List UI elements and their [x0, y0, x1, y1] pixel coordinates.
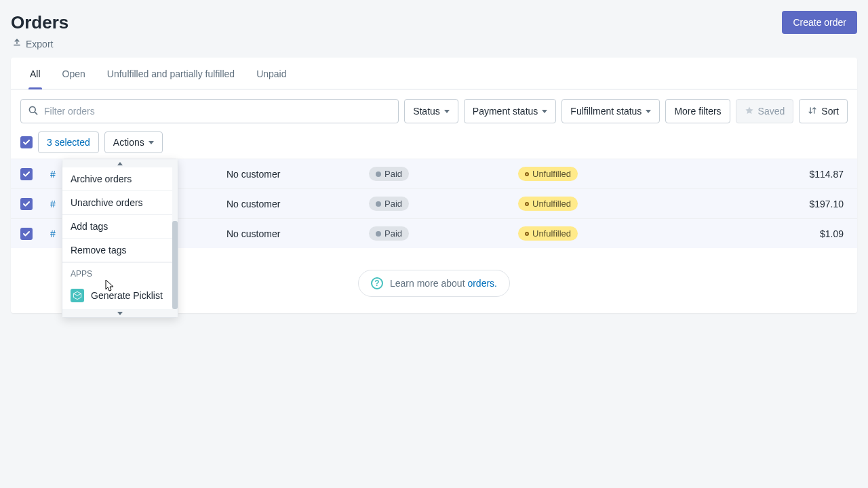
- menu-apps-header: APPS: [62, 262, 172, 283]
- row-checkbox[interactable]: [20, 198, 33, 210]
- sort-label: Sort: [821, 106, 839, 117]
- filter-payment-label: Payment status: [473, 106, 538, 117]
- export-icon: [12, 38, 22, 49]
- learn-more-pill: ? Learn more about orders.: [358, 270, 510, 297]
- chevron-down-icon: [444, 110, 450, 113]
- orders-card: All Open Unfulfilled and partially fulfi…: [11, 58, 857, 313]
- menu-app-label: Generate Picklist: [91, 290, 163, 301]
- tab-open[interactable]: Open: [52, 58, 96, 89]
- create-order-button[interactable]: Create order: [782, 11, 857, 34]
- menu-add-tags[interactable]: Add tags: [62, 215, 172, 239]
- menu-scroll-up[interactable]: [62, 159, 178, 167]
- filter-status-button[interactable]: Status: [404, 99, 458, 123]
- menu-unarchive-orders[interactable]: Unarchive orders: [62, 191, 172, 215]
- actions-dropdown: Archive orders Unarchive orders Add tags…: [62, 159, 178, 318]
- orders-table: # 5 minutes ago No customer Paid Unfulfi…: [11, 159, 857, 248]
- select-all-checkbox[interactable]: [20, 136, 33, 148]
- chevron-down-icon: [149, 141, 154, 144]
- order-total: $1.09: [708, 228, 848, 239]
- order-total: $114.87: [708, 169, 848, 180]
- order-customer: No customer: [226, 169, 369, 180]
- payment-badge: Paid: [369, 167, 409, 181]
- more-filters-button[interactable]: More filters: [665, 99, 730, 123]
- payment-badge: Paid: [369, 197, 409, 211]
- payment-badge: Paid: [369, 226, 409, 241]
- saved-button: Saved: [736, 99, 794, 123]
- page-title: Orders: [11, 12, 68, 33]
- chevron-up-icon: [117, 162, 123, 165]
- actions-button[interactable]: Actions: [104, 131, 163, 153]
- search-input[interactable]: [44, 106, 391, 117]
- fulfillment-badge: Unfulfilled: [518, 226, 578, 241]
- saved-label: Saved: [758, 106, 785, 117]
- chevron-down-icon: [542, 110, 547, 113]
- star-icon: [745, 106, 754, 117]
- row-checkbox[interactable]: [20, 168, 33, 180]
- tab-unpaid[interactable]: Unpaid: [245, 58, 297, 89]
- sort-icon: [808, 106, 817, 117]
- menu-scrollbar-thumb[interactable]: [172, 221, 178, 309]
- row-checkbox[interactable]: [20, 228, 33, 240]
- sort-button[interactable]: Sort: [799, 99, 848, 123]
- order-customer: No customer: [226, 199, 369, 209]
- actions-label: Actions: [113, 137, 144, 148]
- fulfillment-badge: Unfulfilled: [518, 167, 578, 181]
- tabs: All Open Unfulfilled and partially fulfi…: [11, 58, 857, 89]
- filter-fulfillment-status-button[interactable]: Fulfillment status: [561, 99, 660, 123]
- learn-more-text: Learn more about: [390, 278, 467, 289]
- tab-unfulfilled[interactable]: Unfulfilled and partially fulfilled: [96, 58, 245, 89]
- menu-archive-orders[interactable]: Archive orders: [62, 167, 172, 191]
- chevron-down-icon: [117, 312, 123, 315]
- fulfillment-badge: Unfulfilled: [518, 197, 578, 211]
- learn-more-link[interactable]: orders.: [467, 278, 497, 289]
- picklist-app-icon: [71, 289, 84, 302]
- chevron-down-icon: [646, 110, 651, 113]
- export-button[interactable]: Export: [11, 38, 857, 49]
- order-total: $197.10: [708, 199, 848, 209]
- order-customer: No customer: [226, 228, 369, 239]
- search-box[interactable]: [20, 99, 399, 123]
- selected-count: 3 selected: [38, 131, 99, 153]
- search-icon: [28, 105, 39, 118]
- filter-payment-status-button[interactable]: Payment status: [464, 99, 557, 123]
- tab-all[interactable]: All: [19, 58, 52, 89]
- menu-generate-picklist[interactable]: Generate Picklist: [62, 283, 172, 309]
- menu-remove-tags[interactable]: Remove tags: [62, 239, 172, 262]
- help-icon: ?: [371, 277, 383, 289]
- menu-scrollbar[interactable]: [172, 167, 178, 309]
- export-label: Export: [26, 39, 53, 49]
- filter-fulfillment-label: Fulfillment status: [570, 106, 642, 117]
- menu-scroll-down[interactable]: [62, 309, 178, 317]
- filter-status-label: Status: [413, 106, 440, 117]
